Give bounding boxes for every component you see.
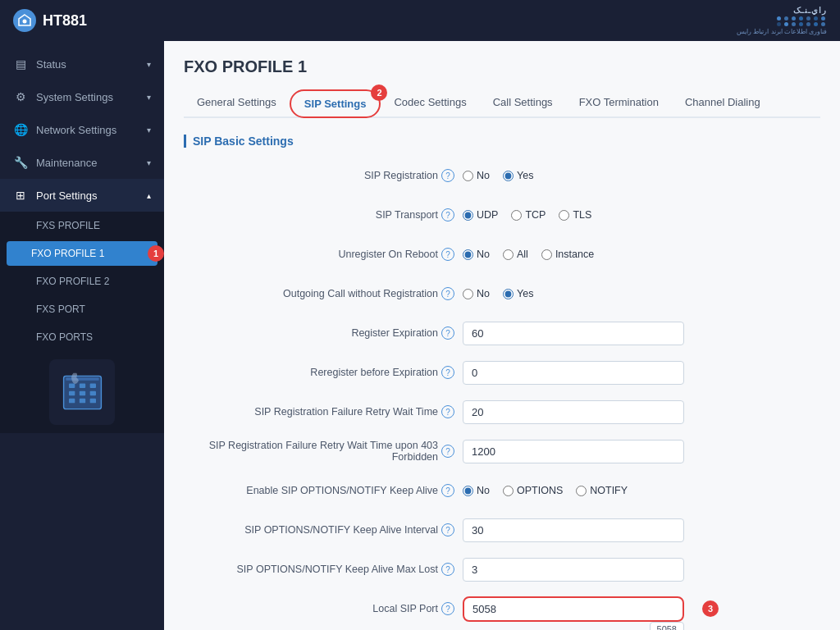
radio-options-no[interactable]: No <box>463 485 490 496</box>
radio-unreg-all[interactable]: All <box>503 249 528 260</box>
radio-options-options[interactable]: OPTIONS <box>503 485 563 496</box>
sidebar-item-fxo-ports[interactable]: FXO PORTS <box>0 323 164 351</box>
svg-rect-2 <box>69 383 75 388</box>
tab-call-settings[interactable]: Call Settings <box>480 89 566 118</box>
gear-icon: ⚙ <box>13 90 28 103</box>
reg-expiration-label: Register Expiration <box>351 327 438 339</box>
sidebar-item-fxs-port[interactable]: FXS PORT <box>0 295 164 323</box>
tab-codec-settings[interactable]: Codec Settings <box>381 89 479 118</box>
brand-logo: راي‌ـنـک فناوری اطلاعات ابرند ارتباط رای… <box>728 3 827 38</box>
svg-rect-8 <box>69 398 75 403</box>
reg-failure-retry-input[interactable] <box>463 400 684 424</box>
reg-403-help-icon[interactable]: ? <box>441 445 454 458</box>
chevron-down-icon: ▾ <box>147 93 151 102</box>
field-sip-reg-403: SIP Registration Failure Retry Wait Time… <box>184 436 820 466</box>
sidebar-item-fxo-profile-2[interactable]: FXO PROFILE 2 <box>0 267 164 295</box>
tab-general-settings[interactable]: General Settings <box>184 89 290 118</box>
field-sip-options-interval: SIP OPTIONS/NOTIFY Keep Alive Interval ? <box>184 515 820 545</box>
radio-unreg-instance[interactable]: Instance <box>541 249 594 260</box>
sidebar-item-system-settings[interactable]: ⚙ System Settings ▾ <box>0 80 164 113</box>
local-sip-port-label: Local SIP Port <box>372 603 438 614</box>
tabs-bar: General Settings SIP Settings 2 Codec Se… <box>184 89 820 118</box>
reg-403-label: SIP Registration Failure Retry Wait Time… <box>184 440 438 463</box>
phone-icon <box>49 359 115 425</box>
svg-rect-10 <box>89 398 95 403</box>
sidebar-item-port-settings[interactable]: ⊞ Port Settings ▴ <box>0 179 164 212</box>
svg-rect-3 <box>79 383 84 388</box>
radio-unreg-no[interactable]: No <box>463 249 490 260</box>
reregister-help-icon[interactable]: ? <box>441 366 454 379</box>
options-interval-help-icon[interactable]: ? <box>441 523 454 536</box>
sip-transport-label: SIP Transport <box>376 209 438 221</box>
tab-fxo-termination[interactable]: FXO Termination <box>566 89 672 118</box>
radio-transport-tcp[interactable]: TCP <box>511 209 546 221</box>
app-logo: HT881 <box>13 9 87 32</box>
field-sip-transport: SIP Transport ? UDP TCP TLS <box>184 200 820 230</box>
options-max-lost-help-icon[interactable]: ? <box>441 563 454 576</box>
annotation-1: 1 <box>148 245 164 262</box>
field-sip-options-notify: Enable SIP OPTIONS/NOTIFY Keep Alive ? N… <box>184 476 820 505</box>
reg-expiration-help-icon[interactable]: ? <box>441 326 454 340</box>
status-icon: ▤ <box>13 57 28 71</box>
sip-registration-help-icon[interactable]: ? <box>441 169 454 182</box>
svg-rect-6 <box>79 390 84 395</box>
sip-registration-label: SIP Registration <box>364 170 438 181</box>
svg-rect-4 <box>89 383 95 388</box>
outgoing-call-label: Outgoing Call without Registration <box>283 288 438 299</box>
options-interval-input[interactable] <box>463 518 684 542</box>
field-unregister-on-reboot: Unregister On Reboot ? No All Instance <box>184 240 820 269</box>
main-layout: ▤ Status ▾ ⚙ System Settings ▾ 🌐 Network… <box>0 41 840 630</box>
local-sip-port-help-icon[interactable]: ? <box>441 602 454 615</box>
reregister-label: Reregister before Expiration <box>310 367 438 378</box>
reregister-input[interactable] <box>463 361 684 385</box>
sidebar-item-fxs-profile[interactable]: FXS PROFILE <box>0 212 164 240</box>
app-name: HT881 <box>43 12 87 30</box>
radio-transport-tls[interactable]: TLS <box>559 209 591 221</box>
tab-sip-settings[interactable]: SIP Settings 2 <box>290 89 381 118</box>
sip-options-label: Enable SIP OPTIONS/NOTIFY Keep Alive <box>246 485 438 496</box>
sidebar-label-system-settings: System Settings <box>36 91 113 103</box>
reg-expiration-input[interactable] <box>463 322 684 345</box>
sip-port-tooltip: 5058 <box>650 622 684 631</box>
sidebar-sub-menu: FXS PROFILE FXO PROFILE 1 1 FXO PROFILE … <box>0 212 164 351</box>
sidebar-item-status[interactable]: ▤ Status ▾ <box>0 48 164 80</box>
maintenance-icon: 🔧 <box>13 156 28 169</box>
chevron-down-icon: ▾ <box>147 126 151 135</box>
radio-sip-reg-no[interactable]: No <box>463 170 490 181</box>
sip-transport-help-icon[interactable]: ? <box>441 208 454 221</box>
topbar: HT881 راي‌ـنـک فناوری اطلاعات ابرن <box>0 0 840 41</box>
unregister-help-icon[interactable]: ? <box>441 248 454 261</box>
svg-rect-11 <box>66 377 98 381</box>
radio-options-notify[interactable]: NOTIFY <box>576 485 628 496</box>
port-icon: ⊞ <box>13 189 28 202</box>
options-max-lost-input[interactable] <box>463 558 684 582</box>
sidebar-bottom-image <box>0 351 164 433</box>
sidebar: ▤ Status ▾ ⚙ System Settings ▾ 🌐 Network… <box>0 41 164 630</box>
chevron-up-icon: ▴ <box>147 191 151 200</box>
sidebar-item-network-settings[interactable]: 🌐 Network Settings ▾ <box>0 113 164 146</box>
svg-point-0 <box>23 20 27 24</box>
sidebar-label-port-settings: Port Settings <box>36 189 97 202</box>
reg-403-input[interactable] <box>463 440 684 463</box>
field-local-sip-port: Local SIP Port ? 5058 3 <box>184 594 820 623</box>
sidebar-item-fxo-profile-1[interactable]: FXO PROFILE 1 1 <box>7 241 158 266</box>
radio-transport-udp[interactable]: UDP <box>463 209 498 221</box>
chevron-down-icon: ▾ <box>147 60 151 69</box>
local-sip-port-input[interactable] <box>463 596 684 622</box>
field-reregister-expiration: Reregister before Expiration ? <box>184 358 820 387</box>
sip-options-help-icon[interactable]: ? <box>441 484 454 497</box>
options-interval-label: SIP OPTIONS/NOTIFY Keep Alive Interval <box>244 524 438 536</box>
tab-channel-dialing[interactable]: Channel Dialing <box>672 89 774 118</box>
svg-rect-5 <box>69 390 75 395</box>
unregister-label: Unregister On Reboot <box>338 249 438 260</box>
reg-failure-retry-help-icon[interactable]: ? <box>441 405 454 418</box>
sidebar-label-network-settings: Network Settings <box>36 124 116 136</box>
radio-outgoing-no[interactable]: No <box>463 288 490 299</box>
page-title: FXO PROFILE 1 <box>184 57 820 76</box>
radio-sip-reg-yes[interactable]: Yes <box>503 170 533 181</box>
options-max-lost-label: SIP OPTIONS/NOTIFY Keep Alive Max Lost <box>237 564 438 575</box>
radio-outgoing-yes[interactable]: Yes <box>503 288 533 299</box>
sidebar-item-maintenance[interactable]: 🔧 Maintenance ▾ <box>0 146 164 179</box>
field-sip-registration: SIP Registration ? No Yes <box>184 161 820 190</box>
outgoing-call-help-icon[interactable]: ? <box>441 287 454 300</box>
